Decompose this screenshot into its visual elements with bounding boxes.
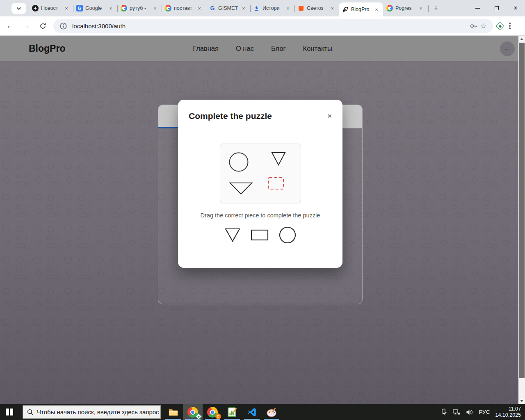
- google-g-icon: [165, 5, 171, 11]
- c-badge-icon: [215, 413, 221, 419]
- pen-nib-icon: [342, 6, 349, 13]
- puzzle-empty-slot[interactable]: [269, 178, 283, 189]
- gismeteo-g-icon: [209, 5, 216, 11]
- close-icon: ×: [514, 5, 517, 12]
- bookmark-star-icon[interactable]: ☆: [478, 21, 488, 31]
- piece-triangle[interactable]: [224, 228, 241, 242]
- browser-tab-google[interactable]: Google ×: [73, 0, 117, 16]
- back-button[interactable]: ←: [3, 19, 16, 32]
- puzzle-grid: [220, 144, 301, 203]
- orange-square-icon: [298, 5, 304, 11]
- nav-item-kontakty[interactable]: Контакты: [303, 45, 332, 52]
- puzzle-instruction: Drag the correct piece to complete the p…: [178, 212, 342, 219]
- tab-title: GISMET: [218, 5, 238, 11]
- google-g-icon: [386, 5, 393, 11]
- windows-taskbar: РУС 11:07 14.10.2025: [0, 404, 525, 420]
- close-icon[interactable]: ×: [329, 5, 336, 11]
- taskbar-app-paint[interactable]: [262, 404, 281, 420]
- piece-rectangle[interactable]: [250, 229, 269, 241]
- taskbar-app-file-explorer[interactable]: [163, 404, 183, 420]
- puzzle-shape-circle: [230, 153, 248, 171]
- maximize-icon: [495, 6, 499, 10]
- site-logo[interactable]: BlogPro: [29, 43, 65, 54]
- scrollbar-thumb[interactable]: [519, 43, 525, 378]
- close-icon[interactable]: ×: [285, 5, 291, 11]
- reload-button[interactable]: [36, 19, 49, 32]
- modal-close-button[interactable]: ×: [327, 112, 332, 120]
- taskbar-search-input[interactable]: [37, 409, 160, 415]
- start-button[interactable]: [0, 404, 19, 420]
- usb-device-icon[interactable]: [441, 409, 447, 415]
- close-icon[interactable]: ×: [418, 5, 424, 11]
- reload-icon: [39, 23, 46, 30]
- close-icon[interactable]: ×: [152, 5, 158, 11]
- browser-tab-gismeteo[interactable]: GISMET ×: [206, 0, 250, 16]
- chevron-down-icon: [16, 7, 21, 10]
- scroll-up-button[interactable]: [518, 36, 525, 42]
- password-key-icon[interactable]: [468, 21, 478, 31]
- language-indicator[interactable]: РУС: [479, 409, 490, 415]
- close-icon[interactable]: ×: [196, 5, 203, 11]
- back-circle-button[interactable]: ←: [500, 41, 515, 56]
- close-icon[interactable]: ×: [107, 5, 114, 11]
- minimize-icon: [475, 8, 480, 9]
- close-icon[interactable]: ×: [240, 5, 247, 11]
- new-tab-button[interactable]: +: [430, 2, 442, 14]
- taskbar-app-vscode[interactable]: [242, 404, 262, 420]
- tab-overflow-button[interactable]: [11, 3, 26, 14]
- modal-header: Complete the puzzle ×: [178, 100, 342, 131]
- browser-menu-button[interactable]: [509, 23, 511, 29]
- page-scrollbar[interactable]: [518, 36, 525, 404]
- nav-item-blog[interactable]: Блог: [271, 45, 286, 52]
- paint-palette-icon: [266, 407, 277, 418]
- taskbar-search-box[interactable]: [23, 405, 161, 419]
- modal-title: Complete the puzzle: [189, 111, 272, 121]
- window-close-button[interactable]: ×: [506, 0, 525, 16]
- browser-tab-pogres[interactable]: Pogres ×: [383, 0, 427, 16]
- site-nav: Главная О нас Блог Контакты: [193, 45, 332, 52]
- network-icon[interactable]: [453, 409, 461, 415]
- translate-square-icon: [76, 5, 83, 11]
- close-icon[interactable]: ×: [373, 6, 380, 13]
- download-arrow-icon: [253, 5, 260, 11]
- browser-tab-strip: Новост × Google × рутуб - × поставт × GI…: [0, 0, 525, 16]
- vscode-icon: [247, 407, 257, 418]
- site-info-icon[interactable]: [58, 21, 68, 31]
- sparkle-circle-icon: [32, 5, 39, 11]
- search-icon: [27, 409, 34, 415]
- taskbar-app-chrome-active[interactable]: [183, 404, 203, 420]
- window-maximize-button[interactable]: [487, 0, 506, 16]
- taskbar-app-chrome-secondary[interactable]: [203, 404, 222, 420]
- browser-toolbar: ← → localhost:3000/auth ☆: [0, 16, 525, 36]
- taskbar-app-log-editor[interactable]: [222, 404, 242, 420]
- browser-tab-svetozar[interactable]: Светоз ×: [294, 0, 339, 16]
- browser-tab-postav[interactable]: поставт ×: [162, 0, 206, 16]
- browser-tab-rutube[interactable]: рутуб - ×: [117, 0, 162, 16]
- forward-button: →: [20, 19, 33, 32]
- extension-diamond-icon[interactable]: [496, 21, 504, 30]
- captcha-modal: Complete the puzzle × Drag the correct p…: [178, 100, 342, 268]
- nav-item-glavnaya[interactable]: Главная: [193, 45, 219, 52]
- browser-tab-istoriya[interactable]: Истори ×: [250, 0, 294, 16]
- window-minimize-button[interactable]: [468, 0, 487, 16]
- puzzle-shape-triangle-small: [272, 153, 285, 165]
- close-icon[interactable]: ×: [63, 5, 70, 11]
- url-text[interactable]: localhost:3000/auth: [72, 23, 468, 30]
- piece-circle[interactable]: [278, 226, 297, 244]
- tab-title: BlogPro: [351, 7, 371, 12]
- log-editor-icon: [227, 407, 237, 418]
- nav-item-o-nas[interactable]: О нас: [236, 45, 254, 52]
- tab-title: рутуб -: [130, 5, 149, 11]
- system-tray: РУС 11:07 14.10.2025: [441, 406, 525, 418]
- taskbar-clock[interactable]: 11:07 14.10.2025: [495, 406, 521, 418]
- triangle-down-icon: [520, 400, 523, 402]
- file-explorer-icon: [168, 406, 179, 418]
- tab-title: Pogres: [395, 5, 415, 11]
- browser-tab-novosti[interactable]: Новост ×: [29, 0, 73, 16]
- scroll-down-button[interactable]: [518, 397, 525, 404]
- browser-tab-blogpro-active[interactable]: BlogPro ×: [339, 2, 383, 16]
- volume-icon[interactable]: [466, 409, 473, 415]
- address-bar[interactable]: localhost:3000/auth ☆: [53, 19, 493, 33]
- tab-title: Google: [85, 5, 105, 11]
- tab-title: Истори: [262, 5, 282, 11]
